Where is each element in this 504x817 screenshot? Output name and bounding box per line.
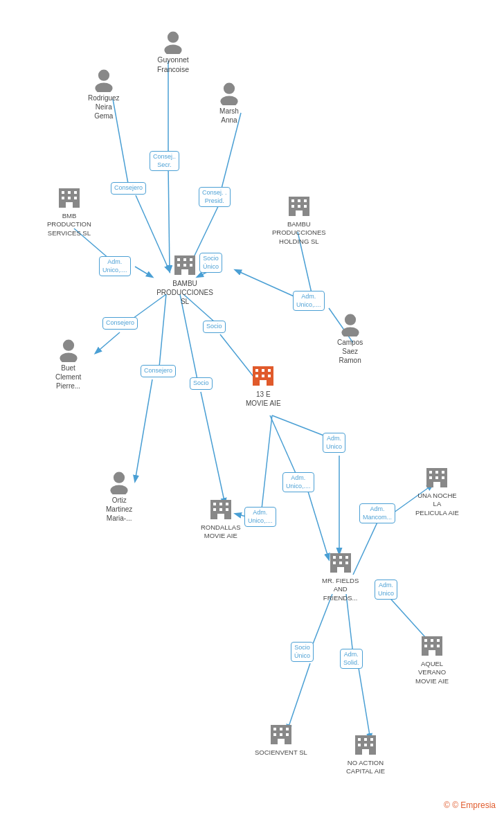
una-noche-label: UNA NOCHELAPELICULA AIE xyxy=(415,492,459,517)
svg-point-33 xyxy=(168,32,179,43)
badge-consejero3: Consejero xyxy=(141,365,176,377)
svg-rect-80 xyxy=(226,503,228,505)
marsh-label: MarshAnna xyxy=(219,107,239,125)
svg-rect-52 xyxy=(298,205,300,208)
svg-rect-89 xyxy=(429,476,432,479)
person-icon xyxy=(161,29,186,54)
svg-line-32 xyxy=(262,415,272,509)
svg-rect-106 xyxy=(431,645,433,647)
svg-rect-103 xyxy=(431,639,433,642)
rodriguez-label: RodriguezNeiraGema xyxy=(88,93,120,120)
bmb-label: BMBPRODUCTIONSERVICES SL xyxy=(47,212,91,237)
badge-adm-unico-rondallas: Adm.Unico,.... xyxy=(244,507,276,527)
person-icon xyxy=(338,312,363,336)
node-una-noche: UNA NOCHELAPELICULA AIE xyxy=(415,465,459,517)
building-icon xyxy=(287,194,312,219)
svg-rect-68 xyxy=(255,369,258,372)
person-icon xyxy=(107,469,132,494)
badge-socio2: Socio xyxy=(190,377,213,390)
svg-rect-94 xyxy=(333,556,336,559)
svg-rect-74 xyxy=(260,380,267,386)
person-icon xyxy=(56,337,81,362)
badge-adm-solid: Adm.Solid. xyxy=(340,649,363,669)
svg-rect-44 xyxy=(68,197,71,199)
person-icon xyxy=(91,67,116,92)
svg-rect-112 xyxy=(286,728,289,730)
svg-line-23 xyxy=(308,492,329,559)
svg-rect-51 xyxy=(291,205,294,208)
no-action-label: NO ACTIONCAPITAL AIE xyxy=(346,759,385,776)
svg-rect-118 xyxy=(358,738,361,741)
svg-rect-49 xyxy=(298,199,300,202)
ortiz-label: OrtizMartinezMaria-... xyxy=(106,496,132,523)
svg-point-64 xyxy=(60,353,77,363)
node-rondallas: RONDALLASMOVIE AIE xyxy=(201,497,241,541)
node-aquel: AQUELVERANOMOVIE AIE xyxy=(415,634,449,685)
svg-rect-114 xyxy=(280,733,282,736)
svg-rect-61 xyxy=(190,264,192,267)
badge-adm-unico3: Adm.Unico xyxy=(323,433,345,453)
node-marsh: MarshAnna xyxy=(217,80,242,125)
node-no-action: NO ACTIONCAPITAL AIE xyxy=(346,733,385,776)
badge-adm-unico4: Adm.Unico,.... xyxy=(282,472,314,492)
svg-point-38 xyxy=(220,96,237,106)
svg-rect-58 xyxy=(190,258,192,261)
svg-rect-48 xyxy=(291,199,294,202)
svg-rect-116 xyxy=(278,739,285,744)
svg-line-30 xyxy=(346,594,353,654)
svg-rect-98 xyxy=(339,562,342,564)
svg-rect-115 xyxy=(286,733,289,736)
svg-rect-110 xyxy=(273,728,276,730)
svg-point-36 xyxy=(95,83,112,93)
svg-line-7 xyxy=(135,267,152,277)
svg-rect-73 xyxy=(268,375,271,377)
svg-rect-113 xyxy=(273,733,276,736)
svg-rect-91 xyxy=(442,476,444,479)
watermark: © © Empresia xyxy=(444,800,496,810)
node-campos: CamposSaezRamon xyxy=(337,312,363,365)
badge-adm-unico2: Adm.Unico,.... xyxy=(293,291,325,311)
svg-rect-45 xyxy=(74,197,77,199)
svg-rect-40 xyxy=(62,191,64,194)
svg-rect-104 xyxy=(437,639,440,642)
building-icon xyxy=(424,465,449,490)
graph-container: Guyonnet Francoise RodriguezNeiraGema Ma… xyxy=(0,0,504,817)
svg-line-12 xyxy=(96,332,120,353)
svg-rect-62 xyxy=(181,269,188,275)
badge-adm-unico1: Adm.Unico,.... xyxy=(99,256,131,276)
node-13e-movie: 13 EMOVIE AIE xyxy=(246,363,281,408)
svg-rect-83 xyxy=(226,508,228,511)
svg-point-35 xyxy=(98,70,109,81)
rondallas-label: RONDALLASMOVIE AIE xyxy=(201,523,241,541)
svg-rect-124 xyxy=(362,749,369,755)
svg-rect-102 xyxy=(424,639,427,642)
node-buet: BuetClementPierre... xyxy=(55,337,81,390)
node-bambu-holding: BAMBUPRODUCCIONESHOLDING SL xyxy=(272,194,326,246)
person-icon xyxy=(217,80,242,105)
svg-rect-119 xyxy=(364,738,367,741)
svg-point-65 xyxy=(345,314,356,325)
svg-line-16 xyxy=(180,294,197,379)
svg-rect-122 xyxy=(364,744,367,746)
svg-rect-54 xyxy=(296,210,303,216)
watermark-brand: © Empresia xyxy=(452,800,496,810)
building-icon xyxy=(328,550,353,575)
svg-rect-97 xyxy=(333,562,336,564)
svg-rect-84 xyxy=(217,514,224,519)
building-icon xyxy=(353,733,378,757)
svg-rect-70 xyxy=(268,369,271,372)
svg-line-29 xyxy=(287,663,310,730)
building-icon xyxy=(420,634,444,658)
badge-socio1: Socio xyxy=(203,321,226,333)
svg-line-17 xyxy=(201,392,225,504)
node-socienvent: SOCIENVENT SL xyxy=(255,722,307,757)
svg-point-66 xyxy=(341,327,359,337)
badge-socio-unico1: SocioÚnico xyxy=(199,253,222,273)
svg-rect-88 xyxy=(442,471,444,474)
svg-point-34 xyxy=(164,45,181,55)
socienvent-label: SOCIENVENT SL xyxy=(255,748,307,757)
badge-consej-secr: Consej..Secr. xyxy=(150,151,179,171)
building-icon xyxy=(208,497,233,522)
svg-rect-79 xyxy=(219,503,222,505)
aquel-label: AQUELVERANOMOVIE AIE xyxy=(415,660,449,685)
